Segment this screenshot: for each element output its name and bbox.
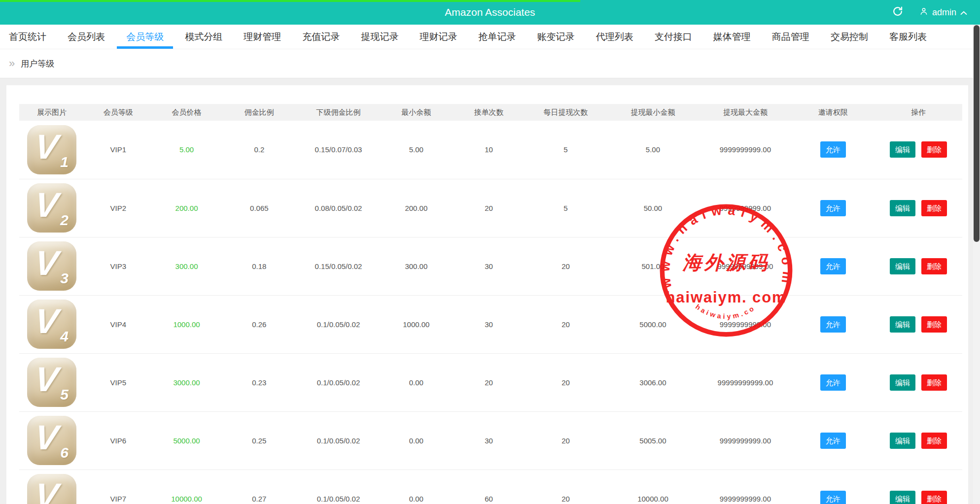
refresh-button[interactable] [882,0,913,25]
nav-tab-7[interactable]: 理财记录 [420,25,457,49]
column-header-2: 会员价格 [152,104,221,121]
nav-tab-14[interactable]: 交易控制 [831,25,868,49]
allow-button[interactable]: 允许 [820,433,846,449]
user-menu[interactable]: admin [913,0,980,25]
edit-button[interactable]: 编辑 [890,491,915,504]
commission-ratio-cell: 0.2 [221,121,297,179]
edit-button[interactable]: 编辑 [890,200,915,216]
price-cell: 5000.00 [152,411,221,470]
page-content: 展示图片会员等级会员价格佣金比例下级佣金比例最小余额接单次数每日提现次数提现最小… [0,78,980,504]
edit-button[interactable]: 编辑 [890,316,915,333]
delete-button[interactable]: 删除 [921,316,947,333]
badge-letter: V [33,360,60,399]
allow-button[interactable]: 允许 [820,491,846,504]
delete-button[interactable]: 删除 [921,200,947,216]
badge-letter: V [33,418,60,457]
price-cell: 200.00 [152,179,221,237]
column-header-4: 下级佣金比例 [297,104,379,121]
nav-tab-9[interactable]: 账变记录 [537,25,575,49]
allow-button[interactable]: 允许 [820,258,846,274]
delete-button[interactable]: 删除 [921,374,947,391]
badge-number: 5 [60,386,69,403]
nav-tab-0[interactable]: 首页统计 [9,25,46,49]
price-cell: 3000.00 [152,353,221,411]
badge-letter: V [33,243,60,283]
withdraw-min-cell: 50.00 [607,179,699,237]
header-actions: admin [882,0,980,25]
table-row: V 7 VIP7 10000.00 0.27 0.1/0.05/0.02 0.0… [19,470,962,504]
column-header-9: 提现最大金额 [699,104,791,121]
nav-tab-6[interactable]: 提现记录 [361,25,398,49]
breadcrumb-label: 用户等级 [21,58,54,69]
level-cell: VIP4 [84,295,152,353]
badge-cell: V 2 [19,179,84,237]
sub-commission-ratio-cell: 0.1/0.05/0.02 [297,411,379,470]
column-header-1: 会员等级 [84,104,152,121]
daily-withdraw-count-cell: 5 [525,179,606,237]
daily-withdraw-count-cell: 20 [525,237,606,295]
edit-button[interactable]: 编辑 [890,433,915,449]
badge-number: 4 [60,328,69,345]
badge-letter: V [33,302,60,341]
table-row: V 5 VIP5 3000.00 0.23 0.1/0.05/0.02 0.00… [19,353,962,411]
order-count-cell: 30 [453,237,525,295]
delete-button[interactable]: 删除 [921,141,947,158]
invite-permission-cell: 允许 [792,295,875,353]
min-balance-cell: 300.00 [380,237,453,295]
allow-button[interactable]: 允许 [820,316,846,333]
nav-tab-2[interactable]: 会员等级 [126,25,164,49]
min-balance-cell: 0.00 [380,470,453,504]
level-cell: VIP6 [84,411,152,470]
badge-cell: V 4 [19,295,84,353]
order-count-cell: 20 [453,179,525,237]
withdraw-min-cell: 5.00 [607,121,699,179]
nav-tab-12[interactable]: 媒体管理 [713,25,751,49]
column-header-8: 提现最小金额 [607,104,699,121]
allow-button[interactable]: 允许 [820,374,846,391]
scrollbar-thumb[interactable] [974,25,980,242]
edit-button[interactable]: 编辑 [890,141,915,158]
delete-button[interactable]: 删除 [921,433,947,449]
nav-tab-3[interactable]: 模式分组 [185,25,222,49]
column-header-7: 每日提现次数 [525,104,606,121]
badge-number: 6 [60,444,69,461]
nav-tab-8[interactable]: 抢单记录 [479,25,516,49]
nav-tab-13[interactable]: 商品管理 [772,25,809,49]
level-cell: VIP3 [84,237,152,295]
vertical-scrollbar[interactable] [973,25,980,504]
edit-button[interactable]: 编辑 [890,374,915,391]
delete-button[interactable]: 删除 [921,491,947,504]
withdraw-min-cell: 10000.00 [607,470,699,504]
nav-tab-4[interactable]: 理财管理 [244,25,281,49]
badge-cell: V 5 [19,353,84,411]
level-cell: VIP5 [84,353,152,411]
withdraw-max-cell: 99999999999.00 [699,237,791,295]
price-cell: 10000.00 [152,470,221,504]
nav-tab-15[interactable]: 客服列表 [889,25,927,49]
allow-button[interactable]: 允许 [820,200,846,216]
delete-button[interactable]: 删除 [921,258,947,274]
table-row: V 6 VIP6 5000.00 0.25 0.1/0.05/0.02 0.00… [19,411,962,470]
vip-badge: V 7 [27,474,76,504]
daily-withdraw-count-cell: 20 [525,353,606,411]
badge-cell: V 6 [19,411,84,470]
sub-commission-ratio-cell: 0.1/0.05/0.02 [297,470,379,504]
withdraw-min-cell: 3006.00 [607,353,699,411]
nav-tab-11[interactable]: 支付接口 [655,25,692,49]
sub-commission-ratio-cell: 0.15/0.07/0.03 [297,121,379,179]
withdraw-max-cell: 99999999999.00 [699,353,791,411]
allow-button[interactable]: 允许 [820,141,846,158]
order-count-cell: 60 [453,470,525,504]
edit-button[interactable]: 编辑 [890,258,915,274]
nav-tab-5[interactable]: 充值记录 [302,25,340,49]
nav-tab-1[interactable]: 会员列表 [68,25,105,49]
withdraw-max-cell: 9999999999.00 [699,470,791,504]
actions-cell: 编辑 删除 [875,353,962,411]
commission-ratio-cell: 0.065 [221,179,297,237]
commission-ratio-cell: 0.26 [221,295,297,353]
breadcrumb: » 用户等级 [0,49,980,78]
invite-permission-cell: 允许 [792,411,875,470]
order-count-cell: 10 [453,121,525,179]
commission-ratio-cell: 0.23 [221,353,297,411]
nav-tab-10[interactable]: 代理列表 [596,25,633,49]
